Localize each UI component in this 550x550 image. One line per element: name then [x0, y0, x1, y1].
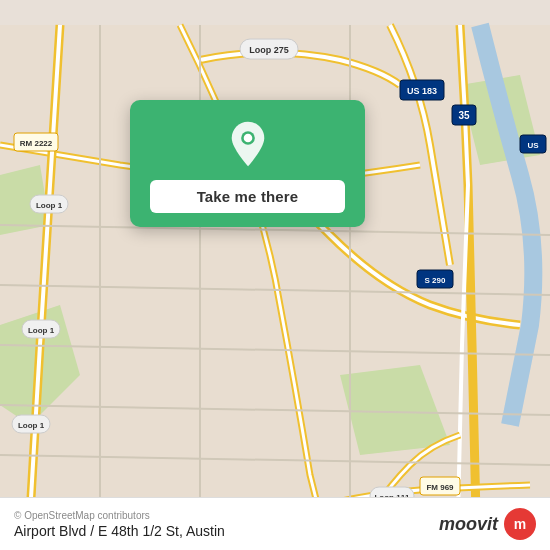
moovit-icon: m	[504, 508, 536, 540]
svg-text:Loop 1: Loop 1	[36, 201, 63, 210]
svg-text:US 183: US 183	[407, 86, 437, 96]
take-me-there-button[interactable]: Take me there	[150, 180, 345, 213]
moovit-logo-text: moovit	[439, 514, 498, 535]
svg-text:Loop 275: Loop 275	[249, 45, 289, 55]
svg-text:RM 2222: RM 2222	[20, 139, 53, 148]
address-text: Airport Blvd / E 48th 1/2 St, Austin	[14, 523, 225, 539]
bottom-bar: © OpenStreetMap contributors Airport Blv…	[0, 497, 550, 550]
copyright-text: © OpenStreetMap contributors	[14, 510, 225, 521]
address-section: © OpenStreetMap contributors Airport Blv…	[14, 510, 225, 539]
navigation-card: Take me there	[130, 100, 365, 227]
svg-text:35: 35	[458, 110, 470, 121]
svg-text:Loop 1: Loop 1	[28, 326, 55, 335]
map-background: Loop 275 US 183 RM 2222 RM 2222 Loop 1 L…	[0, 0, 550, 550]
moovit-logo: moovit m	[439, 508, 536, 540]
svg-text:Loop 1: Loop 1	[18, 421, 45, 430]
svg-text:S 290: S 290	[425, 276, 446, 285]
map-pin-icon	[222, 118, 274, 170]
svg-text:FM 969: FM 969	[426, 483, 454, 492]
map-container: Loop 275 US 183 RM 2222 RM 2222 Loop 1 L…	[0, 0, 550, 550]
svg-text:US: US	[527, 141, 539, 150]
svg-point-38	[243, 134, 252, 143]
